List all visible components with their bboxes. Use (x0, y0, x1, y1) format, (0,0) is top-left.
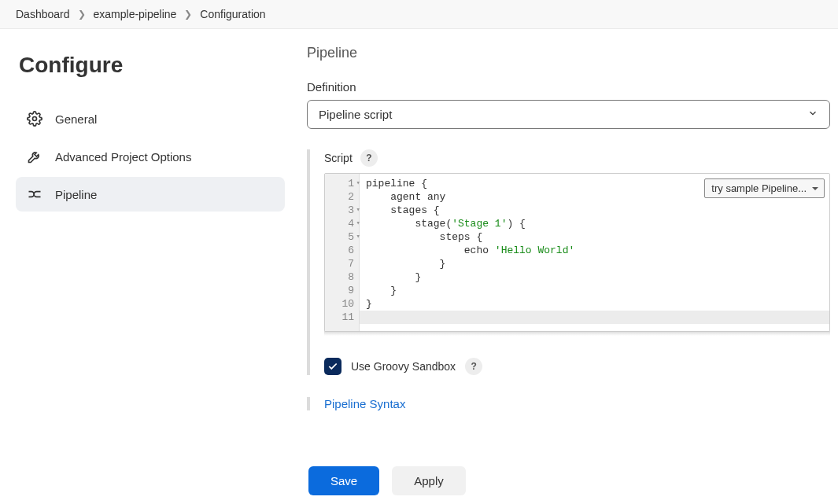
save-button[interactable]: Save (308, 466, 379, 495)
editor-code[interactable]: pipeline { agent any stages { stage('Sta… (360, 174, 829, 331)
editor-gutter: 1▾23▾4▾5▾67891011 (325, 174, 360, 331)
definition-value: Pipeline script (319, 108, 392, 121)
help-icon[interactable]: ? (465, 358, 482, 375)
sandbox-label: Use Groovy Sandbox (351, 360, 456, 373)
sidebar: Configure General Advanced Project Optio… (0, 29, 291, 453)
pipeline-syntax-link[interactable]: Pipeline Syntax (307, 397, 830, 410)
breadcrumb: Dashboard ❯ example-pipeline ❯ Configura… (0, 0, 838, 29)
breadcrumb-item-dashboard[interactable]: Dashboard (16, 8, 70, 20)
script-label: Script (324, 152, 353, 164)
main-content: Pipeline Definition Pipeline script Scri… (291, 29, 838, 453)
chevron-down-icon (807, 108, 818, 121)
sidebar-item-label: General (55, 112, 97, 126)
sidebar-item-label: Advanced Project Options (55, 150, 191, 164)
chevron-right-icon: ❯ (184, 9, 192, 20)
svg-point-0 (33, 117, 37, 121)
sidebar-item-general[interactable]: General (16, 101, 285, 136)
definition-select[interactable]: Pipeline script (307, 100, 830, 129)
footer: Save Apply (0, 457, 838, 504)
sidebar-item-advanced[interactable]: Advanced Project Options (16, 139, 285, 174)
wrench-icon (27, 149, 42, 164)
breadcrumb-item-configuration[interactable]: Configuration (200, 8, 265, 20)
section-title: Pipeline (307, 45, 830, 61)
help-icon[interactable]: ? (360, 149, 378, 167)
chevron-right-icon: ❯ (78, 9, 86, 20)
sidebar-item-pipeline[interactable]: Pipeline (16, 177, 285, 212)
gear-icon (27, 111, 42, 127)
sandbox-checkbox[interactable] (324, 358, 341, 375)
definition-label: Definition (307, 80, 830, 94)
sidebar-item-label: Pipeline (55, 188, 97, 201)
page-title: Configure (19, 53, 285, 78)
script-editor[interactable]: try sample Pipeline... 1▾23▾4▾5▾67891011… (324, 173, 830, 332)
apply-button[interactable]: Apply (392, 466, 466, 495)
pipeline-icon (27, 186, 42, 202)
breadcrumb-item-pipeline[interactable]: example-pipeline (94, 8, 177, 20)
